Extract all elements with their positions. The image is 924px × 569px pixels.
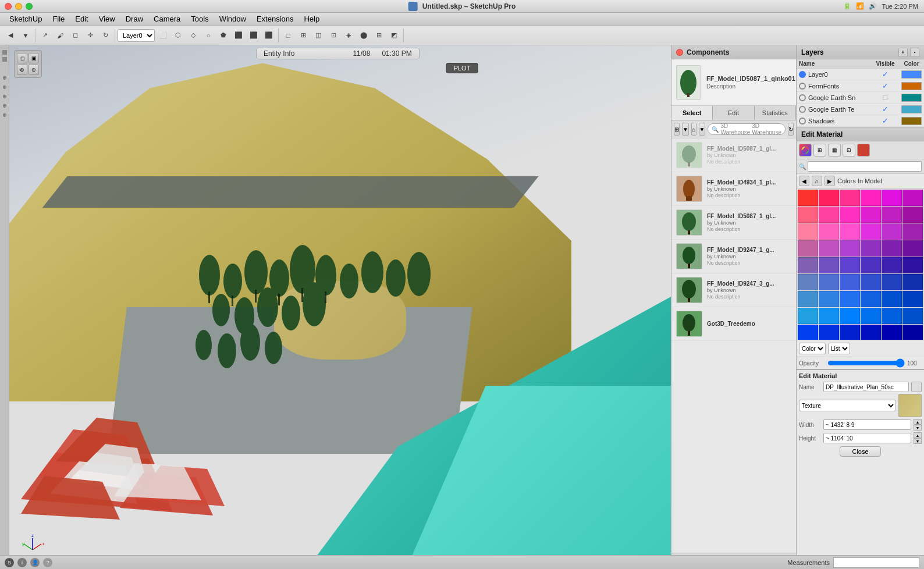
menu-draw[interactable]: Draw [121, 13, 148, 24]
status-icon-sketchup[interactable]: S [5, 558, 14, 567]
status-icon-user[interactable]: 👤 [30, 558, 40, 567]
tab-edit[interactable]: Edit [713, 106, 754, 120]
width-up[interactable]: ▲ [914, 419, 922, 425]
swatch-22[interactable] [882, 240, 902, 257]
swatch-4[interactable] [882, 190, 902, 206]
swatch-25[interactable] [819, 257, 839, 273]
component-item-4[interactable]: FF_Model_ID9247_3_g... by Unknown No des… [671, 273, 796, 307]
swatch-15[interactable] [861, 223, 881, 240]
layer-row-2[interactable]: Google Earth Sn □ [797, 92, 924, 104]
maximize-button[interactable] [26, 3, 33, 10]
swatch-29[interactable] [902, 257, 923, 273]
swatch-16[interactable] [882, 223, 902, 240]
erase-tool[interactable]: ◻ [68, 29, 82, 42]
swatch-35[interactable] [902, 274, 923, 290]
draw-btn-4[interactable]: ○ [201, 29, 215, 42]
comp-view-btn-2[interactable]: ▼ [682, 123, 689, 136]
swatch-6[interactable] [798, 207, 818, 223]
swatch-5[interactable] [902, 190, 923, 206]
color-type-select[interactable]: Color [799, 343, 826, 354]
swatch-2[interactable] [840, 190, 860, 206]
menu-extensions[interactable]: Extensions [252, 13, 298, 24]
swatch-28[interactable] [882, 257, 902, 273]
height-down[interactable]: ▼ [914, 438, 922, 444]
list-type-select[interactable]: List [828, 343, 850, 354]
toolbar-btn-2[interactable]: ▼ [19, 29, 33, 42]
layer-row-0[interactable]: Layer0 ✓ [797, 69, 924, 80]
swatch-42[interactable] [798, 308, 818, 324]
draw-btn-2[interactable]: ⬡ [171, 29, 185, 42]
swatch-17[interactable] [902, 223, 923, 240]
tab-select[interactable]: Select [671, 106, 713, 120]
view-btn-2[interactable]: ⊞ [296, 29, 310, 42]
swatch-37[interactable] [819, 291, 839, 307]
layer-color-0[interactable] [901, 70, 922, 79]
view-btn-7[interactable]: ⊞ [372, 29, 386, 42]
component-item-0[interactable]: FF_Model_ID5087_1_gl... by Unknown No de… [671, 138, 796, 172]
layers-del-btn[interactable]: - [910, 48, 919, 57]
draw-btn-6[interactable]: ⬛ [232, 29, 246, 42]
swatch-32[interactable] [840, 274, 860, 290]
measurements-input[interactable] [833, 557, 919, 568]
comp-view-btn-1[interactable]: ⊞ [674, 123, 680, 136]
menu-view[interactable]: View [94, 13, 120, 24]
layer-color-3[interactable] [901, 105, 922, 113]
swatch-21[interactable] [861, 240, 881, 257]
swatch-0[interactable] [798, 190, 818, 206]
swatch-33[interactable] [861, 274, 881, 290]
swatch-13[interactable] [819, 223, 839, 240]
rotate-tool[interactable]: ↻ [98, 29, 112, 42]
component-item-2[interactable]: FF_Model_ID5087_1_gl... by Unknown No de… [671, 206, 796, 240]
vp-ctrl-2[interactable]: ▣ [29, 53, 39, 63]
swatch-55[interactable] [819, 325, 839, 340]
swatch-44[interactable] [840, 308, 860, 324]
component-item-5[interactable]: Got3D_Treedemo [671, 307, 796, 341]
layer-visible-0[interactable]: ✓ [869, 70, 901, 79]
texture-select[interactable]: Texture [799, 400, 896, 411]
layer-radio-1[interactable] [799, 83, 806, 90]
swatch-58[interactable] [882, 325, 902, 340]
menu-sketchup[interactable]: SketchUp [5, 13, 47, 24]
swatch-40[interactable] [882, 291, 902, 307]
menu-window[interactable]: Window [215, 13, 251, 24]
swatch-34[interactable] [882, 274, 902, 290]
swatch-23[interactable] [902, 240, 923, 257]
mat-btn-2[interactable]: ⊞ [813, 144, 826, 157]
plot-button[interactable]: PLOT [446, 63, 478, 73]
paint-tool[interactable]: 🖌 [53, 29, 67, 42]
swatch-12[interactable] [798, 223, 818, 240]
swatch-38[interactable] [840, 291, 860, 307]
mat-btn-3[interactable]: ▦ [828, 144, 841, 157]
close-button[interactable]: Close [840, 446, 880, 457]
layers-add-btn[interactable]: + [898, 48, 908, 57]
draw-btn-8[interactable]: ⬛ [262, 29, 276, 42]
draw-btn-3[interactable]: ◇ [186, 29, 200, 42]
swatch-18[interactable] [798, 240, 818, 257]
height-up[interactable]: ▲ [914, 432, 922, 438]
move-tool[interactable]: ✛ [83, 29, 97, 42]
component-item-1[interactable]: FF_Model_ID4934_1_pl... by Unknown No de… [671, 172, 796, 206]
swatch-11[interactable] [902, 207, 923, 223]
layer-visible-2[interactable]: □ [869, 93, 901, 102]
view-btn-6[interactable]: ⬤ [357, 29, 371, 42]
mat-nav-fwd[interactable]: ▶ [825, 176, 835, 186]
swatch-46[interactable] [882, 308, 902, 324]
mat-search-input[interactable] [808, 161, 922, 172]
layer-color-1[interactable] [901, 82, 922, 90]
mat-btn-5[interactable] [857, 144, 870, 157]
toolbar-btn-1[interactable]: ◀ [3, 29, 17, 42]
mat-btn-4[interactable]: ⊡ [843, 144, 855, 157]
view-btn-5[interactable]: ◈ [342, 29, 356, 42]
swatch-8[interactable] [840, 207, 860, 223]
comp-home-btn[interactable]: ⌂ [691, 123, 696, 136]
viewport[interactable]: ◻ ▣ ⊕ ⊙ x y z [9, 45, 671, 569]
layer-color-4[interactable] [901, 117, 922, 125]
status-icon-info[interactable]: i [17, 558, 27, 567]
layer-visible-1[interactable]: ✓ [869, 81, 901, 90]
swatch-36[interactable] [798, 291, 818, 307]
vp-ctrl-1[interactable]: ◻ [17, 53, 27, 63]
swatch-56[interactable] [840, 325, 860, 340]
tab-statistics[interactable]: Statistics [755, 106, 796, 120]
swatch-57[interactable] [861, 325, 881, 340]
mat-name-btn[interactable] [911, 382, 922, 392]
